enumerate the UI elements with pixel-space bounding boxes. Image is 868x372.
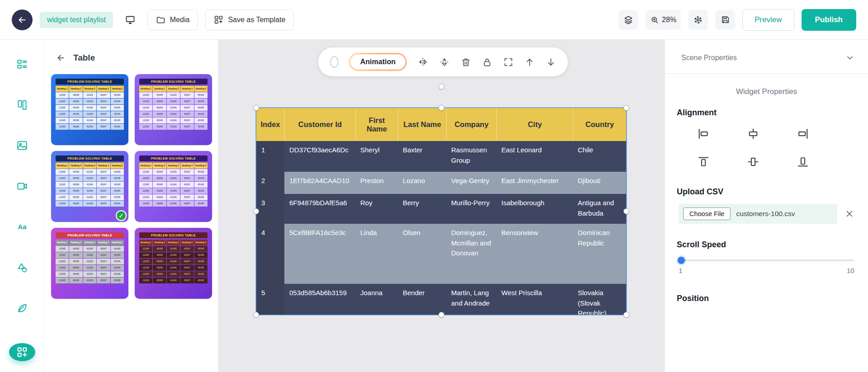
template-thumbnail-gray[interactable]: PROBLEM SOLVING TABLEHeading 1Heading 2H… <box>51 228 128 299</box>
canvas[interactable]: Animation <box>218 40 665 372</box>
panel-back-button[interactable] <box>54 52 67 64</box>
table-header-cell: First Name <box>355 108 398 141</box>
table-cell: Linda <box>355 224 398 284</box>
align-center-vertical-button[interactable] <box>746 155 760 169</box>
table-cell: Lozano <box>398 172 446 194</box>
table-cell: Bender <box>398 284 446 315</box>
leaf-icon[interactable] <box>16 302 28 314</box>
thumbnail-mini-table: Heading 1Heading 2Heading 3Heading 4Head… <box>56 86 124 130</box>
file-name: customers-100.csv <box>736 210 795 218</box>
table-cell: Roy <box>355 194 398 224</box>
color-swatch[interactable] <box>330 56 339 68</box>
image-icon[interactable] <box>16 140 28 151</box>
align-center-horizontal-button[interactable] <box>746 127 760 141</box>
scroll-speed-label: Scroll Speed <box>677 240 868 250</box>
thumbnail-title: PROBLEM SOLVING TABLE <box>139 232 208 238</box>
media-button[interactable]: Media <box>147 9 198 30</box>
thumbnail-title: PROBLEM SOLVING TABLE <box>56 79 124 85</box>
move-up-button[interactable] <box>524 55 535 69</box>
template-thumbnail-blue-purple[interactable]: PROBLEM SOLVING TABLEHeading 1Heading 2H… <box>51 151 128 222</box>
template-thumbnail-blue[interactable]: PROBLEM SOLVING TABLEHeading 1Heading 2H… <box>51 74 128 145</box>
settings-button[interactable] <box>688 10 708 30</box>
fullscreen-button[interactable] <box>503 55 514 69</box>
delete-button[interactable] <box>461 55 471 69</box>
publish-button[interactable]: Publish <box>802 9 856 31</box>
slider-max-value: 10 <box>847 267 854 275</box>
display-icon <box>125 14 136 25</box>
thumbnail-mini-table: Heading 1Heading 2Heading 3Heading 4Head… <box>139 86 208 130</box>
scene-properties-label: Scene Properties <box>681 54 737 62</box>
scene-properties-header[interactable]: Scene Properties <box>665 40 868 73</box>
align-right-button[interactable] <box>796 127 810 141</box>
upload-csv-row: Choose File customers-100.csv <box>679 204 856 224</box>
selection-handle-middle-right[interactable] <box>623 208 629 214</box>
selection-handle-bottom-left[interactable] <box>253 312 259 318</box>
table-cell: Murillo-Perry <box>446 194 496 224</box>
video-icon[interactable] <box>16 180 28 192</box>
align-bottom-button[interactable] <box>796 155 810 169</box>
table-widget[interactable]: IndexCustomer IdFirst NameLast NameCompa… <box>256 108 626 315</box>
table-index-cell: 5 <box>256 284 284 315</box>
lock-button[interactable] <box>482 55 492 69</box>
table-cell: East Leonard <box>496 141 573 172</box>
template-panel: Table PROBLEM SOLVING TABLEHeading 1Head… <box>44 40 218 372</box>
text-icon[interactable]: Aa <box>16 221 28 233</box>
display-preview-button[interactable] <box>120 10 140 30</box>
slider-thumb[interactable] <box>678 257 685 264</box>
move-down-button[interactable] <box>546 55 556 69</box>
preview-button[interactable]: Preview <box>742 9 794 31</box>
align-left-icon <box>697 127 710 140</box>
zoom-control[interactable]: 28% <box>646 10 681 30</box>
table-cell: Chile <box>573 141 626 172</box>
align-top-button[interactable] <box>696 155 711 169</box>
slider-labels: 1 10 <box>679 267 854 275</box>
thumbnail-mini-table: Heading 1Heading 2Heading 3Heading 4Head… <box>56 240 124 283</box>
save-as-template-button[interactable]: Save as Template <box>205 9 294 30</box>
choose-file-button[interactable]: Choose File <box>683 207 731 220</box>
selected-check-badge: ✓ <box>116 210 127 221</box>
table-header-cell: Index <box>256 108 284 141</box>
animation-button[interactable]: Animation <box>349 53 406 71</box>
align-center-horizontal-icon <box>747 127 760 140</box>
back-button[interactable] <box>12 9 33 30</box>
selection-handle-top-center[interactable] <box>439 105 444 111</box>
save-button[interactable] <box>715 10 735 30</box>
shapes-icon[interactable] <box>16 262 28 273</box>
clear-file-button[interactable] <box>843 207 856 221</box>
table-cell: Baxter <box>398 141 446 172</box>
flip-vertical-button[interactable] <box>439 55 450 69</box>
template-thumbnail-purple[interactable]: PROBLEM SOLVING TABLEHeading 1Heading 2H… <box>135 74 212 145</box>
flip-horizontal-button[interactable] <box>417 55 428 69</box>
template-thumbnail-violet[interactable]: PROBLEM SOLVING TABLEHeading 1Heading 2H… <box>135 151 212 222</box>
selection-handle-middle-left[interactable] <box>253 208 259 214</box>
zoom-level: 28% <box>662 16 676 24</box>
flip-horizontal-icon <box>417 57 428 67</box>
media-button-label: Media <box>170 16 190 24</box>
slider-min-value: 1 <box>679 267 683 275</box>
table-cell: Djibouti <box>573 172 626 194</box>
slider-track[interactable] <box>679 259 854 261</box>
file-input[interactable]: Choose File customers-100.csv <box>679 204 837 224</box>
table-cell: Olsen <box>398 224 446 284</box>
layers-button[interactable] <box>618 10 638 30</box>
align-left-button[interactable] <box>696 127 711 141</box>
selection-handle-top-right[interactable] <box>623 105 629 111</box>
rotation-handle[interactable] <box>439 84 444 89</box>
table-cell: 1Ef7b82A4CAAD10 <box>284 172 355 194</box>
columns-icon[interactable] <box>16 99 28 111</box>
thumbnail-title: PROBLEM SOLVING TABLE <box>56 155 124 161</box>
selection-handle-bottom-center[interactable] <box>439 312 444 318</box>
back-arrow-icon <box>56 53 66 63</box>
back-arrow-icon <box>17 15 27 25</box>
thumbnail-mini-table: Heading 1Heading 2Heading 3Heading 4Head… <box>139 163 208 207</box>
align-center-vertical-icon <box>747 155 760 168</box>
selection-handle-bottom-right[interactable] <box>623 312 629 318</box>
widgets-icon[interactable] <box>16 58 28 70</box>
template-thumbnail-dark-red[interactable]: PROBLEM SOLVING TABLEHeading 1Heading 2H… <box>135 228 212 299</box>
table-index-cell: 3 <box>256 194 284 224</box>
selection-handle-top-left[interactable] <box>253 105 259 111</box>
topbar: widget test playlist Media Save as Templ… <box>0 0 868 40</box>
add-widget-button[interactable] <box>9 343 35 361</box>
alignment-controls <box>679 127 828 169</box>
playlist-name-chip[interactable]: widget test playlist <box>40 12 113 28</box>
